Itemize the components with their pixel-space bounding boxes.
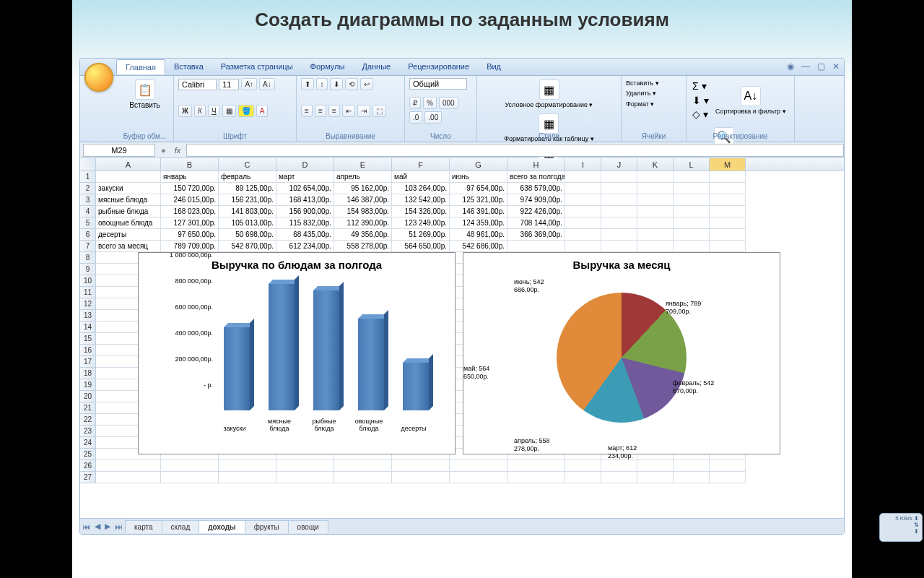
cell[interactable] (601, 206, 637, 217)
cell[interactable]: 105 013,00р. (219, 217, 276, 229)
row-header[interactable]: 16 (80, 345, 96, 356)
col-header[interactable]: K (637, 158, 674, 171)
cell[interactable] (601, 472, 637, 483)
row-header[interactable]: 18 (80, 368, 96, 379)
cell[interactable]: 97 650,00р. (161, 229, 219, 241)
cell[interactable]: 112 390,00р. (334, 217, 392, 229)
cell[interactable] (710, 206, 746, 217)
bar-chart[interactable]: Выручка по блюдам за полгода - р.200 000… (138, 252, 456, 454)
align-center-button[interactable]: ≡ (315, 105, 326, 117)
col-header[interactable]: I (565, 158, 601, 171)
sheet-tab[interactable]: доходы (199, 520, 245, 533)
row-header[interactable]: 19 (80, 379, 96, 391)
spreadsheet-grid[interactable]: ABCDEFGHIJKLM 1январьфевральмартапрельма… (80, 158, 844, 534)
ribbon-tab-4[interactable]: Данные (353, 59, 399, 74)
cell[interactable]: 146 387,00р. (334, 194, 392, 206)
cell[interactable] (637, 472, 674, 483)
cell[interactable]: 49 356,00р. (334, 229, 392, 241)
sheet-nav-next[interactable]: ▶ (103, 522, 113, 531)
help-icon[interactable]: ◉ (787, 61, 794, 72)
cell[interactable]: закуски (96, 183, 161, 194)
align-bottom-button[interactable]: ⬇ (330, 78, 343, 90)
cell[interactable] (674, 460, 710, 472)
cell[interactable]: 789 709,00р. (161, 241, 219, 252)
fx-icon[interactable]: fx (169, 146, 187, 155)
row-header[interactable]: 5 (80, 217, 96, 229)
cell[interactable]: овощные блюда (96, 217, 161, 229)
cell[interactable]: 168 023,00р. (161, 206, 219, 217)
bold-button[interactable]: Ж (178, 105, 192, 117)
cell[interactable] (637, 217, 674, 229)
orientation-button[interactable]: ⟲ (345, 78, 358, 90)
col-header[interactable]: E (334, 158, 392, 171)
col-header[interactable]: H (507, 158, 565, 171)
indent-dec-button[interactable]: ⇤ (342, 105, 355, 117)
cell[interactable]: 974 909,00р. (507, 194, 565, 206)
cell[interactable] (601, 241, 637, 252)
row-header[interactable]: 6 (80, 229, 96, 241)
cell[interactable]: 168 413,00р. (276, 194, 334, 206)
dec-decimal-button[interactable]: .00 (424, 111, 442, 124)
ribbon-tab-0[interactable]: Главная (116, 59, 165, 74)
cell[interactable] (637, 194, 674, 206)
cell[interactable]: 564 650,00р. (392, 241, 450, 252)
cell[interactable]: всего за полгода (507, 171, 565, 183)
row-header[interactable]: 4 (80, 206, 96, 217)
row-header[interactable]: 24 (80, 437, 96, 449)
cell[interactable] (710, 171, 746, 183)
cell[interactable]: 50 698,00р. (219, 229, 276, 241)
cell[interactable]: 612 234,00р. (276, 241, 334, 252)
cell[interactable]: 124 359,00р. (450, 217, 507, 229)
row-header[interactable]: 2 (80, 183, 96, 194)
cell[interactable]: 542 870,00р. (219, 241, 276, 252)
inc-decimal-button[interactable]: .0 (409, 111, 422, 124)
cell[interactable]: 246 015,00р. (161, 194, 219, 206)
col-header[interactable]: F (392, 158, 450, 171)
cell[interactable] (710, 460, 746, 472)
sheet-tab[interactable]: овощи (288, 520, 328, 533)
cell[interactable]: февраль (219, 171, 276, 183)
row-header[interactable]: 17 (80, 356, 96, 368)
name-box[interactable]: M29 (83, 144, 155, 157)
col-header[interactable]: G (450, 158, 507, 171)
italic-button[interactable]: К (194, 105, 206, 117)
cell[interactable] (334, 472, 392, 483)
cell[interactable] (710, 217, 746, 229)
restore-icon[interactable]: ▢ (817, 61, 825, 72)
cell[interactable] (637, 206, 674, 217)
cell[interactable]: 141 803,00р. (219, 206, 276, 217)
fx-cancel-icon[interactable]: ● (158, 146, 169, 155)
delete-cells-button[interactable]: Удалить ▾ (626, 88, 681, 98)
cell[interactable]: 558 278,00р. (334, 241, 392, 252)
cell[interactable] (637, 171, 674, 183)
cell[interactable] (96, 460, 161, 472)
cell[interactable] (161, 460, 219, 472)
clear-button[interactable]: ◇ ▾ (692, 108, 709, 122)
cell[interactable]: 154 983,00р. (334, 206, 392, 217)
sheet-tab[interactable]: карта (125, 520, 162, 533)
cell[interactable] (507, 241, 565, 252)
cell[interactable] (565, 241, 601, 252)
cell[interactable]: 125 321,00р. (450, 194, 507, 206)
row-header[interactable]: 9 (80, 264, 96, 275)
cell[interactable] (637, 460, 674, 472)
col-header[interactable]: A (96, 158, 161, 171)
cell[interactable] (601, 171, 637, 183)
row-header[interactable]: 22 (80, 414, 96, 426)
cell[interactable] (276, 472, 334, 483)
cell[interactable]: 366 369,00р. (507, 229, 565, 241)
col-header[interactable]: M (710, 158, 746, 171)
cell[interactable] (710, 183, 746, 194)
cell[interactable]: 127 301,00р. (161, 217, 219, 229)
sheet-nav-prev[interactable]: ◀ (92, 522, 103, 531)
cell[interactable]: 132 542,00р. (392, 194, 450, 206)
cell[interactable] (565, 194, 601, 206)
row-header[interactable]: 3 (80, 194, 96, 206)
network-widget[interactable]: 5 KB/s ⬇⇅⬇ (879, 513, 923, 542)
cell[interactable] (637, 241, 674, 252)
cell[interactable] (96, 472, 161, 483)
percent-button[interactable]: % (423, 97, 437, 109)
cell[interactable]: всего за месяц (96, 241, 161, 252)
align-left-button[interactable]: ≡ (301, 105, 313, 117)
row-header[interactable]: 14 (80, 322, 96, 333)
